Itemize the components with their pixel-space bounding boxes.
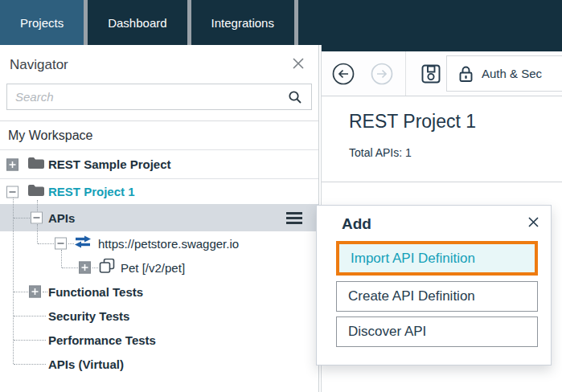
tree-item-label: Functional Tests xyxy=(48,285,143,299)
navigator-close-icon[interactable] xyxy=(291,56,306,71)
tree-item-label: APIs xyxy=(48,211,75,225)
import-api-definition-button[interactable]: Import API Definition xyxy=(336,241,538,276)
tree-connector xyxy=(14,292,28,292)
top-navigation: Projects Dashboard Integrations xyxy=(0,0,562,45)
workspace-header[interactable]: My Workspace xyxy=(0,121,318,150)
top-dark-strip xyxy=(322,45,562,51)
tree-item-label: https://petstore.swagger.io xyxy=(98,237,239,251)
tree-item-label: Pet [/v2/pet] xyxy=(121,261,185,275)
tab-integrations[interactable]: Integrations xyxy=(191,0,298,45)
tree-item-rest-project-1[interactable]: REST Project 1 xyxy=(0,179,318,204)
popup-close-icon[interactable] xyxy=(527,216,539,228)
back-button[interactable] xyxy=(331,62,355,89)
auth-security-button[interactable]: Auth & Sec xyxy=(446,55,562,92)
toolbar-divider xyxy=(405,51,406,96)
tree-item-label: APIs (Virtual) xyxy=(48,357,124,371)
navigator-header: Navigator xyxy=(0,45,318,82)
folder-icon xyxy=(27,156,45,173)
content-divider xyxy=(322,182,562,182)
tree-item-label: REST Sample Project xyxy=(48,157,171,171)
expand-plus-icon[interactable] xyxy=(79,262,91,274)
tree-item-pet-resource[interactable]: Pet [/v2/pet] xyxy=(0,255,318,280)
tree-connector xyxy=(62,267,78,268)
add-popup: Add Import API Definition Create API Def… xyxy=(316,205,552,365)
tree-item-label: Security Tests xyxy=(48,309,129,323)
auth-security-label: Auth & Sec xyxy=(482,67,542,80)
tree-connector xyxy=(37,224,38,243)
tree-connector xyxy=(14,340,46,341)
navigator-tree: My Workspace REST Sample Project xyxy=(0,120,318,376)
discover-api-button[interactable]: Discover API xyxy=(336,316,538,347)
api-swap-arrows-icon xyxy=(74,235,92,251)
folder-icon xyxy=(27,183,45,200)
search-icon xyxy=(287,89,303,108)
save-button[interactable] xyxy=(420,63,442,88)
tree-item-apis-virtual[interactable]: APIs (Virtual) xyxy=(0,352,318,376)
tree-item-label: REST Project 1 xyxy=(48,185,135,198)
collapse-minus-icon[interactable] xyxy=(31,212,43,224)
tree-connector xyxy=(92,267,98,268)
workspace-label: My Workspace xyxy=(8,129,93,143)
resource-stacked-squares-icon xyxy=(99,259,115,277)
tree-connector xyxy=(61,250,62,267)
collapse-minus-icon[interactable] xyxy=(6,186,18,198)
expand-plus-icon[interactable] xyxy=(6,158,18,170)
navigator-title: Navigator xyxy=(10,57,68,73)
hamburger-menu-icon[interactable] xyxy=(286,212,302,224)
create-api-definition-button[interactable]: Create API Definition xyxy=(336,281,538,312)
toolbar: Auth & Sec xyxy=(322,51,562,96)
lock-icon xyxy=(458,65,474,83)
tree-connector xyxy=(13,198,14,364)
tab-projects[interactable]: Projects xyxy=(0,0,88,45)
search-input[interactable] xyxy=(15,84,281,109)
tab-dashboard[interactable]: Dashboard xyxy=(88,0,191,45)
tree-connector xyxy=(14,316,46,316)
navigator-panel: Navigator My Workspace xyxy=(0,45,319,392)
tree-connector xyxy=(37,200,38,211)
page-title: REST Project 1 xyxy=(349,111,476,133)
tree-item-label: Performance Tests xyxy=(48,333,156,347)
expand-plus-icon[interactable] xyxy=(29,286,41,298)
tree-item-security-tests[interactable]: Security Tests xyxy=(0,304,318,328)
tree-item-apis[interactable]: APIs xyxy=(0,204,318,231)
tree-connector xyxy=(68,243,74,244)
tree-connector xyxy=(38,243,54,244)
total-apis-label: Total APIs: 1 xyxy=(349,146,412,159)
tree-connector xyxy=(43,292,47,292)
tree-connector xyxy=(14,364,46,365)
add-popup-title: Add xyxy=(342,215,371,233)
tree-connector xyxy=(14,218,30,218)
tree-item-rest-sample-project[interactable]: REST Sample Project xyxy=(0,150,318,179)
collapse-minus-icon[interactable] xyxy=(55,238,67,250)
tree-item-performance-tests[interactable]: Performance Tests xyxy=(0,328,318,352)
app-window: Projects Dashboard Integrations Navigato… xyxy=(0,0,562,392)
search-box xyxy=(6,84,312,110)
tree-item-functional-tests[interactable]: Functional Tests xyxy=(0,280,318,304)
forward-button[interactable] xyxy=(370,62,394,89)
